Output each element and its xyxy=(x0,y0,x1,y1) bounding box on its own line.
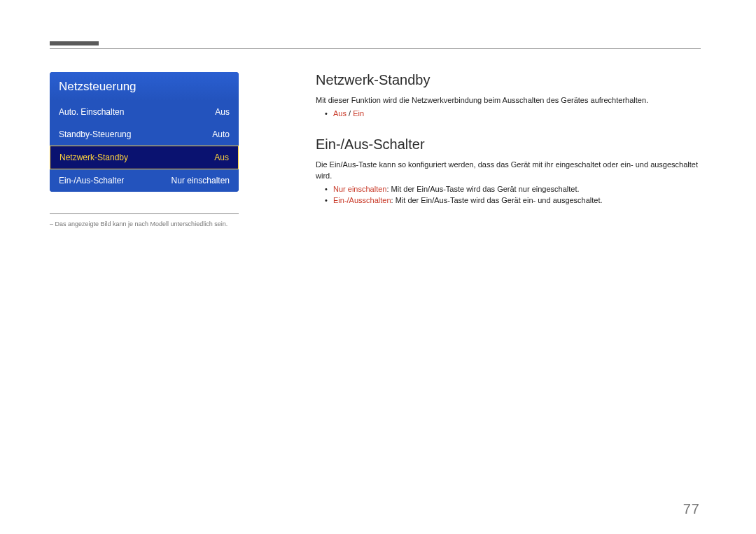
option-b: Ein xyxy=(353,109,364,118)
footnote-rule xyxy=(50,213,239,214)
option-desc: : Mit der Ein/Aus-Taste wird das Gerät n… xyxy=(386,185,579,193)
menu-item-label: Ein-/Aus-Schalter xyxy=(59,176,124,185)
menu-item-auto-einschalten[interactable]: Auto. Einschalten Aus xyxy=(50,101,239,123)
page-number: 77 xyxy=(683,501,700,517)
footnote-text: – Das angezeigte Bild kann je nach Model… xyxy=(50,220,260,227)
option-item: Nur einschalten: Mit der Ein/Aus-Taste w… xyxy=(333,183,701,195)
header-tab-mark xyxy=(50,41,99,45)
section-intro: Die Ein/Aus-Taste kann so konfiguriert w… xyxy=(316,160,701,182)
menu-item-label: Netzwerk-Standby xyxy=(59,153,128,162)
section-intro: Mit dieser Funktion wird die Netzwerkver… xyxy=(316,95,701,106)
menu-item-label: Auto. Einschalten xyxy=(59,107,124,117)
menu-item-label: Standby-Steuerung xyxy=(59,129,131,139)
menu-item-value: Nur einschalten xyxy=(172,176,230,185)
menu-item-value: Aus xyxy=(214,153,229,162)
menu-item-ein-aus-schalter[interactable]: Ein-/Aus-Schalter Nur einschalten xyxy=(50,169,239,192)
settings-menu-title: Netzsteuerung xyxy=(50,72,239,101)
section-ein-aus-schalter: Ein-/Aus-Schalter Die Ein/Aus-Taste kann… xyxy=(316,136,701,206)
option-term: Ein-/Ausschalten xyxy=(333,196,391,204)
option-a: Aus xyxy=(333,109,346,118)
header-rule xyxy=(50,48,701,49)
option-term: Nur einschalten xyxy=(333,185,386,193)
menu-item-value: Auto xyxy=(212,129,230,139)
section-heading: Netzwerk-Standby xyxy=(316,72,701,88)
option-item: Aus / Ein xyxy=(333,108,701,120)
option-item: Ein-/Ausschalten: Mit der Ein/Aus-Taste … xyxy=(333,195,701,206)
menu-item-standby-steuerung[interactable]: Standby-Steuerung Auto xyxy=(50,123,239,146)
settings-menu: Netzsteuerung Auto. Einschalten Aus Stan… xyxy=(50,72,239,192)
menu-item-netzwerk-standby[interactable]: Netzwerk-Standby Aus xyxy=(50,146,239,169)
option-list: Nur einschalten: Mit der Ein/Aus-Taste w… xyxy=(333,183,701,206)
option-desc: : Mit der Ein/Aus-Taste wird das Gerät e… xyxy=(391,196,603,204)
option-sep: / xyxy=(346,109,353,118)
section-heading: Ein-/Aus-Schalter xyxy=(316,136,701,153)
section-netzwerk-standby: Netzwerk-Standby Mit dieser Funktion wir… xyxy=(316,72,701,119)
option-list: Aus / Ein xyxy=(333,108,701,120)
menu-item-value: Aus xyxy=(215,107,230,117)
